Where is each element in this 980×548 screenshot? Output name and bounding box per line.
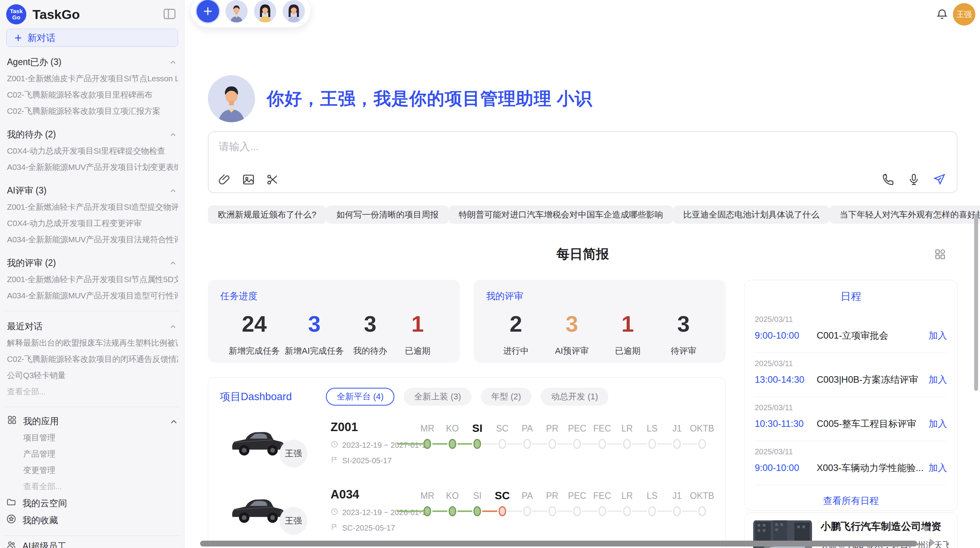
milestone-node bbox=[423, 506, 431, 516]
dashboard-tab[interactable]: 年型 (2) bbox=[481, 388, 531, 406]
project-car-image bbox=[228, 423, 286, 462]
milestone-node bbox=[423, 439, 431, 449]
sidebar-task-item[interactable]: A034-全新新能源MUV产品开发项目造型可行性评审 bbox=[6, 288, 178, 304]
milestone-node bbox=[473, 506, 481, 516]
milestone-j1: J1 bbox=[665, 421, 690, 449]
sidebar-recent-item[interactable]: 公司Q3轻卡销量 bbox=[6, 367, 178, 384]
milestone-label: SI bbox=[465, 488, 490, 503]
join-meeting-link[interactable]: 加入 bbox=[929, 462, 947, 474]
send-icon[interactable] bbox=[933, 173, 946, 186]
vertical-scrollbar[interactable] bbox=[974, 214, 978, 391]
sidebar-task-item[interactable]: A034-全新新能源MUV产品开发项目计划变更表编写 bbox=[6, 159, 178, 175]
sidebar-recent-item[interactable]: C02-飞腾新能源轻客改款项目的闭环通告反馈情况 bbox=[6, 351, 178, 367]
notification-bell-icon[interactable] bbox=[936, 8, 948, 21]
stat-value: 3 bbox=[349, 311, 391, 337]
suggestion-chip[interactable]: 特朗普可能对进口汽车增税会对中国车企造成哪些影响 bbox=[449, 206, 673, 224]
project-owner-badge: 王强 bbox=[279, 440, 307, 468]
chevron-up-icon[interactable] bbox=[169, 58, 177, 67]
chevron-up-icon[interactable] bbox=[169, 259, 177, 267]
stat-item: 24新增完成任务 bbox=[229, 311, 280, 357]
sidebar-task-item[interactable]: Z001-全新燃油轻卡产品开发项目SI造型提交物评审 bbox=[6, 199, 178, 215]
attachment-icon[interactable] bbox=[218, 173, 231, 186]
milestone-si: SI bbox=[465, 488, 490, 516]
new-chat-button[interactable]: 新对话 bbox=[6, 29, 178, 47]
clock-icon bbox=[331, 440, 338, 450]
dashboard-title: 项目Dashboard bbox=[220, 390, 292, 404]
agent-avatar-2[interactable] bbox=[254, 0, 276, 22]
sidebar-link-star[interactable]: 我的收藏 bbox=[6, 512, 178, 529]
sidebar-task-item[interactable]: C02-飞腾新能源轻客改款项目里程碑画布 bbox=[6, 87, 178, 103]
chevron-up-icon[interactable] bbox=[169, 417, 177, 425]
section-label: 我的待办 (2) bbox=[7, 128, 56, 140]
sidebar-task-item[interactable]: Z001-全新燃油皮卡产品开发项目SI节点Lesson Learn报告 bbox=[6, 70, 178, 87]
sidebar-task-item[interactable]: C02-飞腾新能源轻客改款项目立项汇报方案 bbox=[6, 103, 178, 119]
milestone-pa: PA bbox=[515, 421, 540, 449]
sidebar-app-item[interactable]: 产品管理 bbox=[6, 446, 178, 462]
greeting-text: 你好，王强，我是你的项目管理助理 小识 bbox=[267, 87, 593, 110]
milestone-track: MRKOSISCPAPRPECFECLRLSJ1OKTB bbox=[415, 488, 714, 516]
milestone-sc: SC bbox=[490, 421, 515, 449]
milestone-ko: KO bbox=[440, 488, 465, 516]
scroll-right-arrow[interactable] bbox=[930, 538, 935, 547]
suggestion-chip[interactable]: 欧洲新规最近颁布了什么? bbox=[208, 206, 326, 224]
stat-group: 24新增完成任务3新增AI完成任务3我的待办1已逾期 bbox=[220, 311, 447, 357]
milestone-mr: MR bbox=[415, 421, 440, 449]
milestone-label: LR bbox=[615, 421, 640, 436]
scroll-down-arrow[interactable] bbox=[921, 526, 930, 532]
milestone-oktb: OKTB bbox=[690, 421, 715, 449]
phone-icon[interactable] bbox=[882, 173, 895, 186]
assistant-avatar bbox=[208, 75, 255, 122]
join-meeting-link[interactable]: 加入 bbox=[929, 373, 947, 386]
milestone-label: SC bbox=[490, 488, 515, 503]
view-all-conversations-link[interactable]: 查看全部... bbox=[6, 384, 178, 400]
schedule-time: 13:00-14:30 bbox=[755, 374, 817, 385]
suggestion-chip[interactable]: 比亚迪全固态电池计划具体说了什么 bbox=[673, 206, 829, 224]
horizontal-scrollbar[interactable] bbox=[200, 541, 917, 546]
chat-input-placeholder: 请输入... bbox=[219, 140, 259, 154]
apps-grid-icon[interactable] bbox=[934, 248, 946, 260]
chat-input[interactable]: 请输入... bbox=[208, 131, 958, 193]
sidebar-app-item[interactable]: 变更管理 bbox=[6, 462, 178, 478]
agent-avatar-1[interactable] bbox=[225, 0, 248, 22]
stat-item: 3我的待办 bbox=[349, 311, 391, 357]
image-icon[interactable] bbox=[242, 173, 255, 186]
add-agent-button[interactable] bbox=[197, 0, 219, 22]
sidebar-section-tasks-0: Agent已办 (3) bbox=[7, 56, 177, 68]
dashboard-tab[interactable]: 全新上装 (3) bbox=[404, 388, 471, 406]
sidebar-task-item[interactable]: C0X4-动力总成开发项目SI里程碑提交物检查 bbox=[6, 143, 178, 159]
star-icon bbox=[6, 514, 16, 526]
milestone-fec: FEC bbox=[590, 421, 615, 449]
sidebar-recent-item[interactable]: 解释最新出台的欧盟报废车法规再生塑料比例被调至15%... bbox=[6, 335, 178, 351]
sidebar-task-item[interactable]: C0X4-动力总成开发项目工程变更评审 bbox=[6, 215, 178, 231]
suggestion-chip[interactable]: 当下年轻人对汽车外观有怎样的喜好趋势 bbox=[829, 206, 980, 224]
chevron-up-icon[interactable] bbox=[169, 187, 177, 195]
sidebar-link-cloud-folder[interactable]: 我的云空间 bbox=[6, 495, 178, 512]
chevron-up-icon[interactable] bbox=[169, 322, 177, 331]
join-meeting-link[interactable]: 加入 bbox=[929, 329, 947, 342]
view-all-apps-link[interactable]: 查看全部... bbox=[6, 478, 178, 495]
chevron-up-icon[interactable] bbox=[169, 130, 177, 139]
stat-item: 1已逾期 bbox=[607, 311, 649, 357]
sidebar-task-item[interactable]: Z001-全新燃油轻卡产品开发项目SI节点属性5D文件评审 bbox=[6, 271, 178, 288]
suggestion-chip[interactable]: 如何写一份清晰的项目周报 bbox=[326, 206, 449, 224]
stat-label: 已逾期 bbox=[607, 345, 649, 357]
collapse-sidebar-icon[interactable] bbox=[163, 9, 176, 19]
view-all-schedule-link[interactable]: 查看所有日程 bbox=[755, 495, 947, 507]
milestone-ls: LS bbox=[640, 488, 665, 516]
project-dashboard-card: 项目Dashboard 全新平台 (4)全新上装 (3)年型 (2)动总开发 (… bbox=[208, 377, 726, 548]
dashboard-tab[interactable]: 动总开发 (1) bbox=[541, 388, 608, 406]
scissors-icon[interactable] bbox=[266, 173, 279, 186]
milestone-label: OKTB bbox=[690, 421, 715, 436]
sidebar-task-item[interactable]: A034-全新新能源MUV产品开发项目法规符合性评审 bbox=[6, 231, 178, 248]
join-meeting-link[interactable]: 加入 bbox=[929, 418, 947, 430]
schedule-time: 9:00-10:00 bbox=[755, 462, 817, 473]
microphone-icon[interactable] bbox=[907, 173, 920, 186]
dashboard-tab[interactable]: 全新平台 (4) bbox=[326, 388, 394, 406]
agent-avatar-3[interactable] bbox=[283, 0, 305, 22]
sidebar-app-item[interactable]: 项目管理 bbox=[6, 430, 178, 446]
user-avatar[interactable]: 王强 bbox=[953, 3, 975, 26]
stat-item: 3待评审 bbox=[662, 311, 705, 357]
sidebar-tool-people[interactable]: AI超级员工 bbox=[6, 538, 178, 548]
taskgo-app: Task Go TaskGo 新对话 Agent已办 (3)Z001-全新燃油皮… bbox=[0, 0, 980, 548]
sidebar-list: Agent已办 (3)Z001-全新燃油皮卡产品开发项目SI节点Lesson L… bbox=[6, 56, 178, 548]
